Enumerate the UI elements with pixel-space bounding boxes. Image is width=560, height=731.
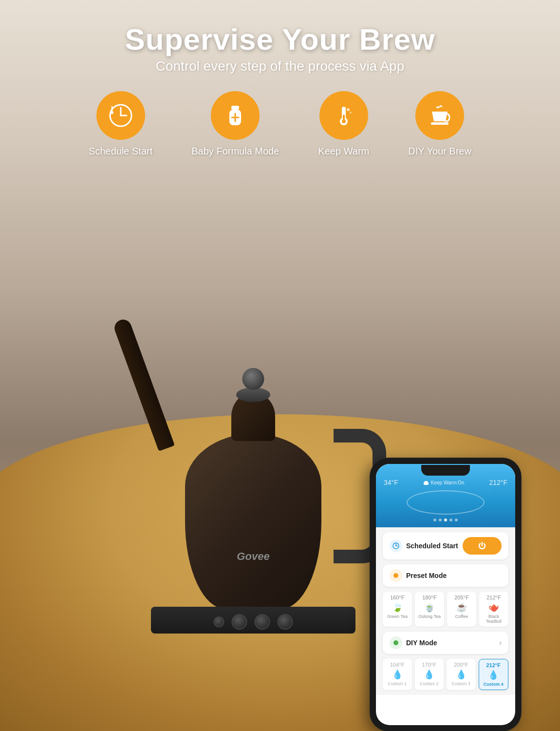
- black-tea-icon: 🫖: [481, 602, 506, 613]
- diy-custom-1-temp: 104°F: [385, 662, 410, 668]
- diy-custom-1-name: Custom 1: [385, 681, 410, 686]
- scheduled-start-row[interactable]: Scheduled Start: [383, 532, 508, 559]
- preset-oolong-temp: 180°F: [417, 595, 442, 600]
- phone-container: 34°F Keep Warm:On 212°F: [370, 458, 521, 731]
- svg-point-21: [393, 573, 398, 578]
- oolong-tea-icon: 🍵: [417, 602, 442, 613]
- svg-rect-5: [231, 106, 239, 110]
- diy-custom-2-icon: 💧: [417, 669, 442, 680]
- preset-mode-left: Preset Mode: [390, 569, 447, 582]
- diy-brew-label: DIY Your Brew: [408, 146, 471, 157]
- scheduled-start-label: Scheduled Start: [406, 542, 458, 550]
- svg-point-22: [393, 640, 398, 645]
- keep-warm-icon-circle: [319, 91, 368, 140]
- diy-custom-2-temp: 170°F: [417, 662, 442, 668]
- baby-formula-label: Baby Formula Mode: [191, 146, 279, 157]
- diy-mode-chevron: ›: [499, 638, 502, 647]
- diy-custom-2-name: Custom 2: [417, 681, 442, 686]
- diy-icon: [392, 639, 399, 646]
- diy-mode-section: DIY Mode › 104°F 💧 Custom 1 170°F: [383, 632, 508, 690]
- svg-point-14: [350, 112, 352, 114]
- keep-warm-label: Keep Warm: [318, 146, 369, 157]
- phone-frame: 34°F Keep Warm:On 212°F: [370, 458, 521, 731]
- kettle-spout: [134, 302, 222, 448]
- green-tea-icon: 🍃: [385, 602, 410, 613]
- coffee-name: Coffee: [449, 614, 474, 619]
- cup-icon: [427, 103, 452, 128]
- target-temp: 212°F: [489, 479, 507, 486]
- baby-formula-icon-circle: [211, 91, 260, 140]
- preset-mode-icon: [390, 569, 402, 582]
- preset-mode-label: Preset Mode: [406, 572, 447, 579]
- kettle-container: Govee: [119, 268, 387, 634]
- diy-custom-2[interactable]: 170°F 💧 Custom 2: [415, 659, 444, 690]
- diy-mode-label: DIY Mode: [406, 639, 437, 647]
- svg-point-13: [347, 108, 350, 111]
- dot-5: [455, 519, 458, 521]
- kettle-body: [185, 434, 321, 609]
- svg-rect-15: [431, 122, 448, 125]
- kettle-display-oval: [407, 490, 485, 515]
- power-icon: [478, 541, 486, 550]
- scheduled-start-icon: [390, 539, 402, 552]
- subtitle: Control every step of the process via Ap…: [0, 58, 560, 74]
- preset-green-tea[interactable]: 160°F 🍃 Green Tea: [383, 592, 412, 627]
- preset-coffee-temp: 205°F: [449, 595, 474, 600]
- thermometer-icon: [331, 103, 356, 128]
- feature-schedule-start: Schedule Start: [89, 91, 152, 157]
- control-knob-mode: [255, 614, 270, 630]
- base-controls: [214, 614, 293, 630]
- preset-mode-section: Preset Mode 160°F 🍃 Green Tea 180°F: [383, 564, 508, 627]
- diy-custom-4[interactable]: 212°F 💧 Custom 4: [479, 659, 509, 690]
- features-row: Schedule Start Baby Formula Mode K: [0, 91, 560, 157]
- flame-icon: [392, 572, 399, 579]
- control-knob-2: [232, 614, 247, 630]
- preset-oolong-tea[interactable]: 180°F 🍵 Oolong Tea: [415, 592, 444, 627]
- preset-coffee[interactable]: 205°F ☕ Coffee: [447, 592, 476, 627]
- keep-warm-icon: [423, 480, 429, 485]
- keep-warm-text: Keep Warm:On: [431, 480, 465, 485]
- diy-custom-3-temp: 200°F: [448, 662, 474, 668]
- diy-brew-icon-circle: [415, 91, 464, 140]
- phone-temp-row: 34°F Keep Warm:On 212°F: [384, 479, 507, 486]
- dot-3: [444, 519, 447, 521]
- control-knob-1: [214, 616, 224, 627]
- diy-mode-header: DIY Mode ›: [383, 632, 508, 654]
- phone-notch: [421, 465, 470, 476]
- kettle-knob: [243, 368, 264, 390]
- svg-rect-12: [343, 115, 345, 121]
- current-temp: 34°F: [384, 479, 398, 486]
- header-section: Supervise Your Brew Control every step o…: [0, 0, 560, 74]
- power-button[interactable]: [463, 537, 502, 555]
- dots-row: [384, 519, 507, 521]
- bottle-icon: [223, 103, 248, 128]
- diy-custom-3[interactable]: 200°F 💧 Custom 3: [447, 659, 476, 690]
- diy-custom-1[interactable]: 104°F 💧 Custom 1: [383, 659, 412, 690]
- diy-custom-1-icon: 💧: [385, 669, 410, 680]
- main-title: Supervise Your Brew: [0, 22, 560, 57]
- preset-black-tea[interactable]: 212°F 🫖 Black Tea/Boil: [479, 592, 508, 627]
- diy-mode-left: DIY Mode: [390, 636, 437, 649]
- diy-custom-3-icon: 💧: [448, 669, 474, 680]
- feature-diy-brew: DIY Your Brew: [408, 91, 471, 157]
- keep-warm-badge: Keep Warm:On: [423, 479, 465, 486]
- dot-2: [439, 519, 442, 521]
- kettle-handle: [324, 429, 373, 536]
- clock-small-icon: [392, 542, 399, 549]
- kettle-area: Govee 34°F: [0, 136, 560, 731]
- oolong-tea-name: Oolong Tea: [417, 614, 442, 619]
- dot-4: [449, 519, 452, 521]
- preset-green-tea-temp: 160°F: [385, 595, 410, 600]
- phone-screen: 34°F Keep Warm:On 212°F: [376, 464, 515, 725]
- coffee-icon: ☕: [449, 602, 474, 613]
- preset-black-tea-temp: 212°F: [481, 595, 506, 600]
- svg-point-3: [111, 111, 113, 114]
- brand-text: Govee: [237, 550, 269, 563]
- svg-rect-17: [425, 481, 428, 482]
- scheduled-start-left: Scheduled Start: [390, 539, 458, 552]
- preset-mode-header: Preset Mode: [383, 564, 508, 587]
- diy-custom-3-name: Custom 3: [448, 681, 474, 686]
- phone-content: Scheduled Start: [376, 527, 515, 695]
- diy-custom-4-temp: 212°F: [481, 662, 506, 668]
- feature-keep-warm: Keep Warm: [318, 91, 369, 157]
